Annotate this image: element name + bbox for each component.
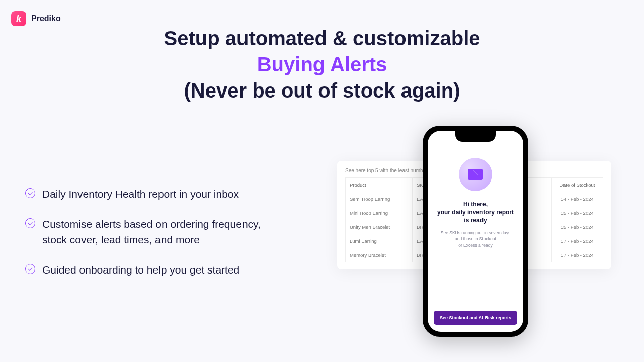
- phone-heading: Hi there, your daily inventory report is…: [437, 200, 514, 225]
- feature-text: Guided onboarding to help you get starte…: [42, 262, 239, 278]
- feature-item: Guided onboarding to help you get starte…: [25, 262, 287, 278]
- headline-accent: Buying Alerts: [257, 53, 387, 75]
- check-circle-icon: [25, 218, 35, 228]
- cell-date: 17 - Feb - 2024: [551, 248, 603, 262]
- col-date: Date of Stockout: [551, 178, 603, 192]
- see-reports-button[interactable]: See Stockout and At Risk reports: [434, 311, 517, 325]
- feature-item: Customise alerts based on ordering frequ…: [25, 216, 287, 248]
- cell-date: 14 - Feb - 2024: [551, 192, 603, 206]
- col-product: Product: [346, 178, 413, 192]
- check-circle-icon: [25, 264, 35, 274]
- brand-name: Prediko: [31, 14, 61, 23]
- phone-subtext: See SKUs running out in seven days and t…: [441, 230, 510, 249]
- phone-notch: [455, 131, 496, 142]
- phone-mockup: Hi there, your daily inventory report is…: [423, 126, 528, 337]
- cell-product: Lumi Earring: [346, 234, 413, 248]
- phone-heading-line: Hi there,: [463, 201, 488, 208]
- headline-line3: (Never be out of stock again): [184, 79, 460, 102]
- feature-text: Customise alerts based on ordering frequ…: [42, 216, 287, 248]
- cell-date: 17 - Feb - 2024: [551, 234, 603, 248]
- phone-heading-line: is ready: [464, 217, 487, 224]
- brand-glyph-icon: k: [11, 11, 26, 26]
- feature-item: Daily Inventory Health report in your in…: [25, 186, 287, 202]
- phone-screen: Hi there, your daily inventory report is…: [428, 131, 523, 332]
- feature-text: Daily Inventory Health report in your in…: [42, 186, 239, 202]
- cell-product: Mini Hoop Earring: [346, 206, 413, 220]
- cell-date: 15 - Feb - 2024: [551, 220, 603, 234]
- cell-date: 15 - Feb - 2024: [551, 206, 603, 220]
- check-circle-icon: [25, 188, 35, 198]
- brand-logo: k Prediko: [11, 11, 61, 26]
- phone-sub-line: or Excess already: [458, 243, 493, 248]
- mail-badge: [459, 158, 492, 191]
- phone-sub-line: See SKUs running out in seven days: [441, 230, 510, 235]
- phone-sub-line: and those in Stockout: [455, 236, 496, 241]
- headline-line1: Setup automated & customizable: [164, 27, 480, 49]
- mail-icon: [468, 169, 483, 180]
- headline: Setup automated & customizable Buying Al…: [0, 25, 644, 104]
- cell-product: Memory Bracelet: [346, 248, 413, 262]
- cell-product: Semi Hoop Earring: [346, 192, 413, 206]
- phone-heading-line: your daily inventory report: [437, 209, 514, 216]
- feature-list: Daily Inventory Health report in your in…: [25, 186, 287, 292]
- illustration: See here top 5 with the least number Pro…: [337, 126, 619, 342]
- cell-product: Unity Men Bracelet: [346, 220, 413, 234]
